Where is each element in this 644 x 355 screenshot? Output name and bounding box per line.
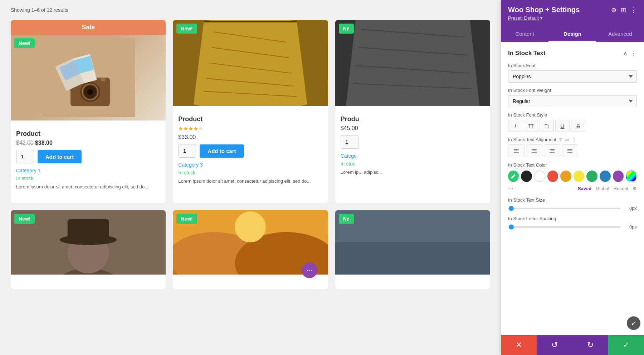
- alignment-device-icon[interactable]: ▭: [565, 137, 569, 142]
- in-stock-1: In stock: [16, 176, 160, 181]
- product-name-3: Produ: [341, 115, 485, 123]
- color-swatch-red[interactable]: [547, 171, 558, 182]
- more-icon[interactable]: ⋮: [630, 6, 637, 14]
- pencil-icon: [511, 173, 516, 179]
- panel-header: Woo Shop + Settings ⊕ ⊞ ⋮ Preset: Defaul…: [501, 0, 644, 26]
- color-picker-row: [508, 171, 637, 182]
- letter-spacing-slider-track[interactable]: [508, 226, 621, 228]
- product-category-2[interactable]: Category 3: [178, 162, 322, 168]
- alignment-section: In Stock Text Alignment ? ▭ ⋮: [508, 137, 637, 157]
- product-price-3: $45.00: [341, 125, 485, 132]
- product-desc-3: Lorem ip... adipisc...: [341, 169, 485, 176]
- italic-button[interactable]: I: [508, 120, 522, 132]
- color-pencil-swatch[interactable]: [508, 171, 519, 182]
- text-size-slider-row: 0px: [508, 206, 637, 211]
- svg-point-4: [87, 89, 93, 95]
- color-more-icon[interactable]: ···: [508, 185, 513, 192]
- shop-area: Showing 1–6 of 12 results Sale New!: [0, 0, 501, 355]
- product-image-svg-1: [42, 38, 135, 117]
- color-swatch-yellow[interactable]: [574, 171, 585, 182]
- text-size-slider-track[interactable]: [508, 208, 621, 209]
- tab-advanced[interactable]: Advanced: [596, 26, 644, 42]
- letter-spacing-section: In Stock Letter Spacing 0px: [508, 216, 637, 230]
- product-card-bottom-5: New! ···: [173, 210, 328, 289]
- strikethrough-button[interactable]: S: [571, 120, 585, 132]
- alignment-more-icon[interactable]: ⋮: [572, 137, 576, 142]
- letter-spacing-slider-row: 0px: [508, 224, 637, 230]
- product-category-1[interactable]: Category 1: [16, 168, 160, 173]
- results-count: Showing 1–6 of 12 results: [11, 7, 490, 13]
- alignment-help-icon[interactable]: ?: [559, 137, 562, 142]
- product-card-bottom-4: New!: [11, 210, 166, 289]
- color-label: In Stock Text Color: [508, 162, 637, 168]
- product-name-1: Product: [16, 130, 160, 138]
- add-to-cart-button-2[interactable]: Add to cart: [200, 144, 244, 158]
- letter-spacing-slider-thumb[interactable]: [509, 225, 514, 230]
- collapse-icon[interactable]: ∧: [623, 49, 628, 57]
- font-weight-label: In Stock Font Weight: [508, 88, 637, 93]
- section-header: In Stock Text ∧ ⋮: [508, 49, 637, 57]
- align-right-button[interactable]: [544, 144, 560, 157]
- color-tab-recent[interactable]: Recent: [614, 186, 628, 191]
- panel-header-top: Woo Shop + Settings ⊕ ⊞ ⋮: [508, 6, 637, 14]
- in-stock-2: In stock: [178, 170, 322, 176]
- panel-footer: ✕ ↺ ↻ ✓: [501, 335, 644, 355]
- settings-panel: Woo Shop + Settings ⊕ ⊞ ⋮ Preset: Defaul…: [501, 0, 644, 355]
- alignment-buttons: [508, 144, 637, 157]
- section-menu-icon[interactable]: ⋮: [630, 49, 637, 57]
- color-swatch-spectrum[interactable]: [626, 171, 637, 182]
- color-swatch-purple[interactable]: [613, 171, 624, 182]
- product-desc-1: Lorem ipsum dolor sit amet, consectetur …: [16, 183, 160, 191]
- color-swatch-blue[interactable]: [600, 171, 611, 182]
- panel-preset[interactable]: Preset: Default ▾: [508, 15, 637, 21]
- capitalize-button[interactable]: Tt: [540, 120, 554, 132]
- product-menu-icon-5[interactable]: ···: [302, 262, 317, 278]
- tab-design[interactable]: Design: [548, 26, 596, 42]
- color-tabs-row: ··· Saved Global Recent ⚙: [508, 185, 637, 192]
- font-select[interactable]: Poppins: [508, 70, 637, 83]
- font-weight-select[interactable]: Regular: [508, 95, 637, 107]
- underline-button[interactable]: U: [555, 120, 570, 132]
- align-center-button[interactable]: [526, 144, 542, 157]
- add-to-cart-button-1[interactable]: Add to cart: [38, 150, 82, 163]
- qty-input-1[interactable]: [16, 150, 34, 163]
- product-card: Sale New!: [11, 20, 166, 203]
- product-grid-bottom: New! New! ···: [11, 210, 490, 289]
- align-justify-button[interactable]: [562, 144, 578, 157]
- color-tab-saved[interactable]: Saved: [578, 186, 591, 191]
- font-style-buttons: I TT Tt U S: [508, 120, 637, 132]
- cancel-button[interactable]: ✕: [501, 335, 537, 355]
- product-stars-2: ★★★★★: [178, 125, 322, 132]
- color-section: In Stock Text Color ··· Saved: [508, 162, 637, 192]
- target-icon[interactable]: ⊕: [611, 6, 616, 14]
- undo-button[interactable]: ↺: [537, 335, 572, 355]
- align-left-button[interactable]: [508, 144, 525, 157]
- qty-input-3[interactable]: [341, 135, 358, 149]
- color-settings-icon[interactable]: ⚙: [633, 186, 637, 191]
- product-name-2: Product: [178, 115, 322, 123]
- product-category-3[interactable]: Catego: [341, 153, 485, 159]
- new-badge-4: New!: [14, 214, 35, 224]
- product-card-bottom-6: Ne: [335, 210, 490, 289]
- grid-icon[interactable]: ⊞: [621, 6, 626, 14]
- color-swatch-black[interactable]: [521, 171, 532, 182]
- new-badge-2: New!: [176, 24, 197, 34]
- scroll-button[interactable]: ↙: [627, 316, 640, 330]
- sale-badge: Sale: [11, 20, 166, 35]
- text-size-label: In Stock Text Size: [508, 197, 637, 203]
- letter-spacing-value: 0px: [624, 224, 637, 230]
- redo-button[interactable]: ↻: [572, 335, 608, 355]
- qty-input-2[interactable]: [178, 144, 196, 158]
- preset-label[interactable]: Preset: Default: [508, 15, 539, 21]
- color-tab-global[interactable]: Global: [596, 186, 609, 191]
- product-price-2: $33.00: [178, 134, 322, 140]
- color-swatch-orange[interactable]: [560, 171, 571, 182]
- new-badge-5: New!: [176, 214, 197, 224]
- product-grid: Sale New!: [11, 20, 490, 203]
- color-swatch-white[interactable]: [534, 171, 545, 182]
- text-size-slider-thumb[interactable]: [509, 206, 514, 211]
- color-swatch-green[interactable]: [586, 171, 597, 182]
- uppercase-button[interactable]: TT: [524, 120, 538, 132]
- tab-content[interactable]: Content: [501, 26, 548, 42]
- save-button[interactable]: ✓: [608, 335, 644, 355]
